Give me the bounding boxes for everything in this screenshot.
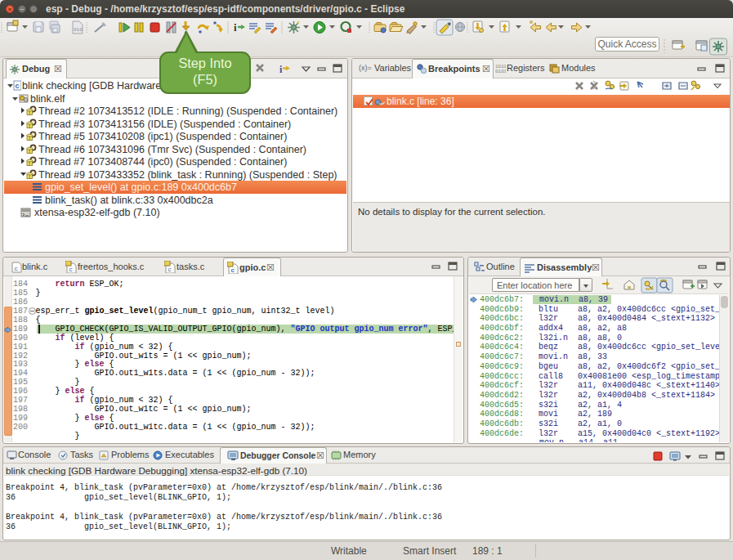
svg-text:c: c [231,267,235,274]
svg-text:c: c [168,266,172,273]
svg-text:i: i [234,21,237,34]
svg-text:i: i [279,64,283,75]
svg-text:0101: 0101 [495,69,506,74]
svg-text:c: c [16,82,20,90]
svg-text:c: c [69,266,73,273]
svg-text:010: 010 [74,27,83,33]
svg-text:c: c [15,265,18,272]
